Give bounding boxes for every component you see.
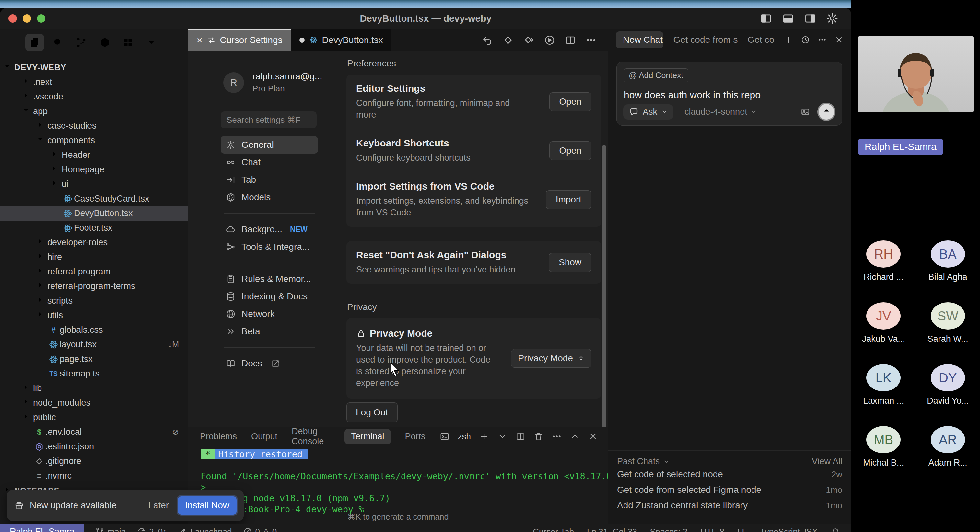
close-panel-icon[interactable] <box>588 432 598 441</box>
tree-item[interactable]: #globals.css <box>0 323 188 337</box>
tree-item[interactable]: layout.tsx↓M <box>0 337 188 352</box>
nav-general[interactable]: General <box>221 136 318 154</box>
tree-item[interactable]: .next <box>0 75 188 89</box>
tree-item[interactable]: ui <box>0 177 188 192</box>
model-select[interactable]: claude-4-sonnet <box>684 107 757 117</box>
tree-item[interactable]: .gitignore <box>0 454 188 468</box>
open-button[interactable]: Open <box>549 141 592 160</box>
chat-more-icon[interactable] <box>818 35 827 44</box>
view-all-link[interactable]: View All <box>812 456 842 467</box>
symbol-next-icon[interactable] <box>523 35 535 46</box>
tree-item[interactable]: Homepage <box>0 162 188 177</box>
open-button[interactable]: Open <box>549 92 592 111</box>
tree-item[interactable]: developer-roles <box>0 235 188 250</box>
nav-indexingdocs[interactable]: Indexing & Docs <box>221 288 318 305</box>
nav-models[interactable]: Models <box>221 189 318 206</box>
participant[interactable]: AR Adam R... <box>929 426 967 468</box>
past-chat-item[interactable]: Get code from selected Figma node 1mo <box>617 482 842 498</box>
terminal-picker-icon[interactable] <box>498 432 507 441</box>
tree-item[interactable]: ≡.nvmrc <box>0 468 188 483</box>
participant[interactable]: BA Bilal Agha <box>929 240 967 282</box>
chat-tab[interactable]: Get cod <box>747 35 774 45</box>
status-item[interactable]: Spaces: 2 <box>650 527 688 532</box>
later-button[interactable]: Later <box>148 500 169 511</box>
activity-chevdown-button[interactable] <box>142 34 161 51</box>
tree-item[interactable]: .vscode <box>0 89 188 104</box>
status-item[interactable]: UTF-8 <box>700 527 724 532</box>
panel-tab-output[interactable]: Output <box>251 432 277 441</box>
search-settings-input[interactable] <box>221 111 317 128</box>
more-actions-icon[interactable] <box>585 35 597 46</box>
nav-rulesmemor[interactable]: Rules & Memor... <box>221 270 318 288</box>
tab-cursor-settings[interactable]: × Cursor Settings <box>188 29 291 51</box>
tree-item[interactable]: components <box>0 133 188 148</box>
tree-item[interactable]: referral-program-terms <box>0 279 188 294</box>
panel-tab-problems[interactable]: Problems <box>200 432 237 441</box>
tree-item[interactable]: public <box>0 410 188 425</box>
tree-item[interactable]: hire <box>0 250 188 264</box>
tree-item[interactable]: TSsitemap.ts <box>0 367 188 381</box>
notifications-bell-icon[interactable] <box>830 527 840 532</box>
status-launch[interactable]: Launchpad <box>178 527 232 532</box>
activity-search-button[interactable] <box>49 34 67 51</box>
status-item[interactable]: TypeScript JSX <box>760 527 818 532</box>
panel-tab-terminal[interactable]: Terminal <box>345 429 390 444</box>
tree-root[interactable]: DEVY-WEBY <box>0 60 188 75</box>
status-item[interactable]: LF <box>737 527 747 532</box>
status-sync[interactable]: 2↓0↑ <box>137 527 167 532</box>
close-tab-icon[interactable]: × <box>197 35 202 46</box>
tree-item[interactable]: referral-program <box>0 264 188 279</box>
activity-grid-button[interactable] <box>119 34 137 51</box>
new-terminal-icon[interactable] <box>479 432 489 441</box>
zoom-window-button[interactable] <box>37 14 45 23</box>
attach-image-button[interactable] <box>800 107 810 117</box>
tree-item[interactable]: lib <box>0 381 188 395</box>
status-user-badge[interactable]: Ralph EL-Samra <box>0 524 84 532</box>
send-button[interactable] <box>817 103 835 121</box>
activity-branch-button[interactable] <box>72 34 91 51</box>
tree-item[interactable]: page.tsx <box>0 352 188 367</box>
close-window-button[interactable] <box>8 14 17 23</box>
nav-tab[interactable]: Tab <box>221 171 318 189</box>
terminal-icon[interactable] <box>440 432 450 441</box>
panel-tab-ports[interactable]: Ports <box>405 432 425 441</box>
tree-item[interactable]: app <box>0 104 188 119</box>
mode-select[interactable]: Ask <box>623 104 673 119</box>
terminal-output[interactable]: *History restored Found '/Users/home/Doc… <box>188 446 608 515</box>
participant[interactable]: RH Richard ... <box>864 240 904 282</box>
minimize-window-button[interactable] <box>23 14 31 23</box>
past-chat-item[interactable]: Get code of selected node 2w <box>617 467 842 482</box>
symbol-prev-icon[interactable] <box>503 35 514 46</box>
close-chat-icon[interactable] <box>835 35 843 44</box>
nav-beta[interactable]: Beta <box>221 323 318 340</box>
nav-backgro[interactable]: Backgro... NEW <box>221 221 318 238</box>
tree-item[interactable]: utils <box>0 308 188 323</box>
tree-item[interactable]: scripts <box>0 294 188 308</box>
nav-network[interactable]: Network <box>221 305 318 323</box>
participant[interactable]: JV Jakub Va... <box>862 302 905 344</box>
status-slash[interactable]: 0 ⚠ 0 <box>243 527 277 532</box>
new-chat-icon[interactable] <box>784 35 793 44</box>
tree-item[interactable]: Header <box>0 148 188 162</box>
tree-item[interactable]: .eslintrc.json <box>0 439 188 454</box>
show-button[interactable]: Show <box>549 253 592 272</box>
logout-button[interactable]: Log Out <box>347 402 398 422</box>
participant[interactable]: SW Sarah W... <box>928 302 968 344</box>
chat-input-text[interactable]: how does auth work in this repo <box>624 89 835 100</box>
tree-item[interactable]: case-studies <box>0 119 188 133</box>
status-branch[interactable]: main <box>95 527 126 532</box>
participant[interactable]: DY David Yo... <box>927 364 969 406</box>
tree-item[interactable]: node_modules <box>0 395 188 410</box>
chat-history-icon[interactable] <box>801 35 810 44</box>
nav-back-icon[interactable] <box>482 35 493 46</box>
status-item[interactable]: Cursor Tab <box>533 527 574 532</box>
tree-item[interactable]: Footer.tsx <box>0 221 188 235</box>
tree-item[interactable]: $.env.local⊘ <box>0 425 188 439</box>
import-button[interactable]: Import <box>546 190 592 209</box>
tab-devybutton[interactable]: DevyButton.tsx <box>291 29 391 51</box>
settings-scrollbar[interactable] <box>602 145 606 430</box>
panel-more-icon[interactable] <box>552 432 562 441</box>
run-icon[interactable] <box>544 35 555 46</box>
chat-tab[interactable]: New Chat <box>616 32 663 48</box>
split-editor-icon[interactable] <box>565 35 576 46</box>
